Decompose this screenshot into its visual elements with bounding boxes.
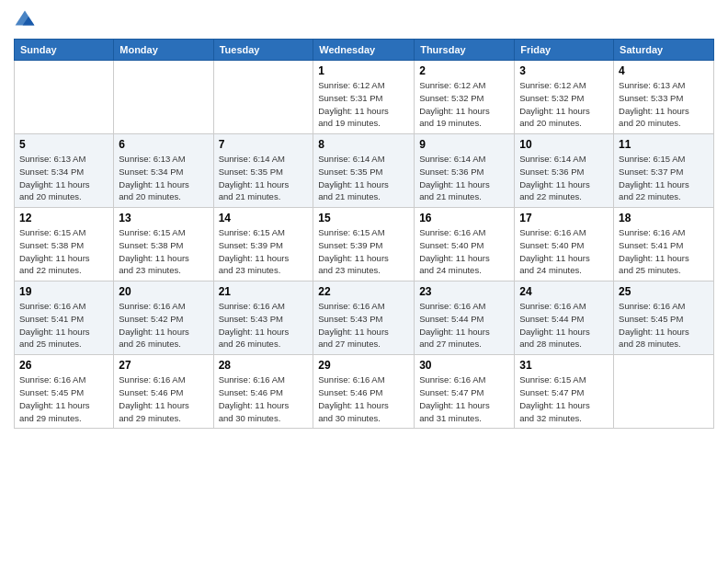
calendar-cell: 24Sunrise: 6:16 AMSunset: 5:44 PMDayligh… [515, 282, 614, 355]
calendar-cell: 7Sunrise: 6:14 AMSunset: 5:35 PMDaylight… [213, 134, 313, 208]
weekday-header-cell: Sunday [15, 40, 114, 61]
day-info: Sunrise: 6:16 AMSunset: 5:41 PMDaylight:… [19, 300, 108, 350]
day-info: Sunrise: 6:12 AMSunset: 5:32 PMDaylight:… [419, 79, 509, 130]
day-info: Sunrise: 6:15 AMSunset: 5:39 PMDaylight:… [318, 226, 409, 277]
day-number: 1 [318, 64, 409, 77]
day-info: Sunrise: 6:16 AMSunset: 5:41 PMDaylight:… [619, 226, 709, 277]
day-number: 6 [119, 138, 208, 151]
calendar-cell: 30Sunrise: 6:16 AMSunset: 5:47 PMDayligh… [415, 355, 515, 429]
day-info: Sunrise: 6:14 AMSunset: 5:36 PMDaylight:… [419, 153, 509, 203]
day-info: Sunrise: 6:14 AMSunset: 5:36 PMDaylight:… [519, 153, 609, 203]
day-info: Sunrise: 6:16 AMSunset: 5:40 PMDaylight:… [519, 226, 609, 277]
calendar-week-row: 19Sunrise: 6:16 AMSunset: 5:41 PMDayligh… [15, 282, 714, 355]
calendar-cell: 3Sunrise: 6:12 AMSunset: 5:32 PMDaylight… [515, 61, 614, 134]
day-info: Sunrise: 6:14 AMSunset: 5:35 PMDaylight:… [318, 153, 409, 203]
day-info: Sunrise: 6:15 AMSunset: 5:38 PMDaylight:… [119, 226, 208, 277]
day-number: 23 [419, 285, 509, 298]
logo [14, 9, 40, 31]
day-info: Sunrise: 6:16 AMSunset: 5:44 PMDaylight:… [519, 300, 609, 350]
day-info: Sunrise: 6:16 AMSunset: 5:42 PMDaylight:… [119, 300, 208, 350]
header [14, 9, 714, 31]
page: SundayMondayTuesdayWednesdayThursdayFrid… [0, 0, 728, 563]
calendar-cell: 15Sunrise: 6:15 AMSunset: 5:39 PMDayligh… [313, 208, 415, 282]
day-number: 5 [19, 138, 108, 151]
day-number: 3 [519, 64, 609, 77]
day-info: Sunrise: 6:16 AMSunset: 5:46 PMDaylight:… [318, 373, 409, 424]
calendar-week-row: 1Sunrise: 6:12 AMSunset: 5:31 PMDaylight… [15, 61, 714, 134]
calendar-body: 1Sunrise: 6:12 AMSunset: 5:31 PMDaylight… [15, 61, 714, 429]
calendar-cell: 18Sunrise: 6:16 AMSunset: 5:41 PMDayligh… [614, 208, 714, 282]
calendar-cell: 12Sunrise: 6:15 AMSunset: 5:38 PMDayligh… [15, 208, 114, 282]
day-info: Sunrise: 6:14 AMSunset: 5:35 PMDaylight:… [219, 153, 309, 203]
day-info: Sunrise: 6:15 AMSunset: 5:47 PMDaylight:… [519, 373, 609, 424]
day-number: 20 [119, 285, 208, 298]
day-number: 16 [419, 212, 509, 224]
calendar-cell: 16Sunrise: 6:16 AMSunset: 5:40 PMDayligh… [415, 208, 515, 282]
day-info: Sunrise: 6:13 AMSunset: 5:34 PMDaylight:… [19, 153, 108, 203]
day-number: 24 [519, 285, 609, 298]
calendar-cell: 17Sunrise: 6:16 AMSunset: 5:40 PMDayligh… [515, 208, 614, 282]
calendar-cell: 21Sunrise: 6:16 AMSunset: 5:43 PMDayligh… [213, 282, 313, 355]
day-number: 11 [619, 138, 709, 151]
weekday-header-cell: Friday [515, 40, 614, 61]
day-info: Sunrise: 6:15 AMSunset: 5:37 PMDaylight:… [619, 153, 709, 203]
day-info: Sunrise: 6:16 AMSunset: 5:45 PMDaylight:… [619, 300, 709, 350]
calendar-cell: 27Sunrise: 6:16 AMSunset: 5:46 PMDayligh… [114, 355, 213, 429]
calendar-cell: 26Sunrise: 6:16 AMSunset: 5:45 PMDayligh… [15, 355, 114, 429]
day-number: 25 [619, 285, 709, 298]
day-number: 26 [19, 359, 108, 372]
calendar-week-row: 12Sunrise: 6:15 AMSunset: 5:38 PMDayligh… [15, 208, 714, 282]
day-info: Sunrise: 6:13 AMSunset: 5:33 PMDaylight:… [619, 79, 709, 130]
day-info: Sunrise: 6:16 AMSunset: 5:43 PMDaylight:… [318, 300, 409, 350]
calendar-cell: 9Sunrise: 6:14 AMSunset: 5:36 PMDaylight… [415, 134, 515, 208]
calendar-cell: 19Sunrise: 6:16 AMSunset: 5:41 PMDayligh… [15, 282, 114, 355]
day-info: Sunrise: 6:12 AMSunset: 5:32 PMDaylight:… [519, 79, 609, 130]
day-number: 18 [619, 212, 709, 224]
day-number: 29 [318, 359, 409, 372]
calendar-cell: 13Sunrise: 6:15 AMSunset: 5:38 PMDayligh… [114, 208, 213, 282]
day-number: 9 [419, 138, 509, 151]
calendar-cell: 4Sunrise: 6:13 AMSunset: 5:33 PMDaylight… [614, 61, 714, 134]
day-info: Sunrise: 6:15 AMSunset: 5:38 PMDaylight:… [19, 226, 108, 277]
calendar-cell: 28Sunrise: 6:16 AMSunset: 5:46 PMDayligh… [213, 355, 313, 429]
calendar-cell: 22Sunrise: 6:16 AMSunset: 5:43 PMDayligh… [313, 282, 415, 355]
calendar-cell [15, 61, 114, 134]
day-number: 22 [318, 285, 409, 298]
calendar-cell: 1Sunrise: 6:12 AMSunset: 5:31 PMDaylight… [313, 61, 415, 134]
calendar-cell: 2Sunrise: 6:12 AMSunset: 5:32 PMDaylight… [415, 61, 515, 134]
day-info: Sunrise: 6:16 AMSunset: 5:45 PMDaylight:… [19, 373, 108, 424]
day-number: 13 [119, 212, 208, 224]
calendar-cell [614, 355, 714, 429]
day-number: 27 [119, 359, 208, 372]
calendar-cell: 5Sunrise: 6:13 AMSunset: 5:34 PMDaylight… [15, 134, 114, 208]
calendar-week-row: 5Sunrise: 6:13 AMSunset: 5:34 PMDaylight… [15, 134, 714, 208]
day-info: Sunrise: 6:16 AMSunset: 5:43 PMDaylight:… [219, 300, 309, 350]
day-number: 4 [619, 64, 709, 77]
day-number: 2 [419, 64, 509, 77]
day-number: 8 [318, 138, 409, 151]
calendar-cell: 10Sunrise: 6:14 AMSunset: 5:36 PMDayligh… [515, 134, 614, 208]
calendar-cell: 25Sunrise: 6:16 AMSunset: 5:45 PMDayligh… [614, 282, 714, 355]
day-info: Sunrise: 6:16 AMSunset: 5:46 PMDaylight:… [119, 373, 208, 424]
day-number: 30 [419, 359, 509, 372]
day-info: Sunrise: 6:15 AMSunset: 5:39 PMDaylight:… [219, 226, 309, 277]
day-info: Sunrise: 6:16 AMSunset: 5:46 PMDaylight:… [219, 373, 309, 424]
day-info: Sunrise: 6:16 AMSunset: 5:40 PMDaylight:… [419, 226, 509, 277]
day-info: Sunrise: 6:16 AMSunset: 5:47 PMDaylight:… [419, 373, 509, 424]
weekday-header-cell: Monday [114, 40, 213, 61]
day-info: Sunrise: 6:13 AMSunset: 5:34 PMDaylight:… [119, 153, 208, 203]
calendar-cell [213, 61, 313, 134]
day-number: 31 [519, 359, 609, 372]
day-number: 19 [19, 285, 108, 298]
weekday-header-cell: Tuesday [213, 40, 313, 61]
weekday-header-row: SundayMondayTuesdayWednesdayThursdayFrid… [15, 40, 714, 61]
day-number: 17 [519, 212, 609, 224]
calendar-cell: 31Sunrise: 6:15 AMSunset: 5:47 PMDayligh… [515, 355, 614, 429]
calendar-cell: 6Sunrise: 6:13 AMSunset: 5:34 PMDaylight… [114, 134, 213, 208]
calendar-cell: 29Sunrise: 6:16 AMSunset: 5:46 PMDayligh… [313, 355, 415, 429]
calendar-cell [114, 61, 213, 134]
day-number: 14 [219, 212, 309, 224]
weekday-header-cell: Thursday [415, 40, 515, 61]
calendar-cell: 11Sunrise: 6:15 AMSunset: 5:37 PMDayligh… [614, 134, 714, 208]
day-info: Sunrise: 6:16 AMSunset: 5:44 PMDaylight:… [419, 300, 509, 350]
